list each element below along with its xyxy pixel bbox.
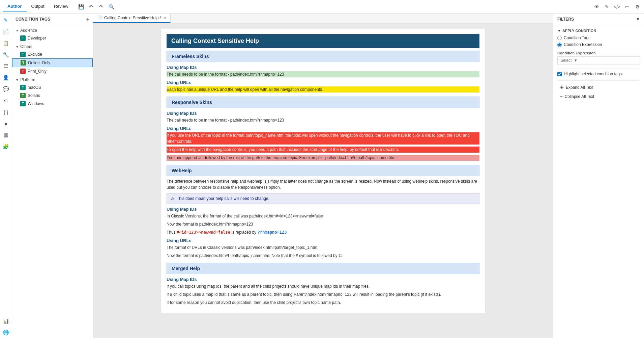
- para-webhelp-urls-1: The format of URLs in Classic versions w…: [167, 244, 479, 251]
- ct-label-windows: Windows: [28, 101, 44, 106]
- sub-header-frameless-mapids: Using Map IDs: [167, 65, 479, 70]
- filter-divider-1: [557, 69, 640, 69]
- sub-header-merged-mapids: Using Map IDs: [167, 277, 479, 282]
- tab-review[interactable]: Review: [49, 2, 73, 11]
- webhelp-note: ⚠ This does mean your help calls will ne…: [167, 193, 479, 204]
- doc-paper: Calling Context Sensitive Help Frameless…: [161, 29, 485, 313]
- save-icon[interactable]: 💾: [77, 3, 85, 11]
- para-webhelp-mapids-1: In Classic Versions, the format of the c…: [167, 213, 479, 219]
- ct-label-print-only: Print_Only: [28, 69, 47, 74]
- highlight-checkbox-input[interactable]: [557, 72, 562, 76]
- section-header-frameless: Frameless Skins: [167, 51, 479, 62]
- sidebar-layout-icon[interactable]: ▦: [1, 130, 11, 140]
- ct-group-audience: ▼ Audience T Developer: [12, 27, 93, 42]
- undo-icon[interactable]: ↶: [87, 3, 95, 11]
- radio-condition-tags-label: Condition Tags: [564, 35, 590, 40]
- settings-icon[interactable]: ⚙: [633, 3, 641, 11]
- doc-tab-bar: 📄 Calling Context Sensitive Help * ✕: [93, 14, 553, 23]
- radio-condition-expression[interactable]: Condition Expression: [557, 42, 640, 47]
- tab-author[interactable]: Author: [3, 2, 27, 11]
- ct-group-platform-arrow: ▼: [16, 78, 19, 82]
- section-header-webhelp: WebHelp: [167, 165, 479, 176]
- para-webhelp-mapids-3: Thus #<id=123>>newwnd=false is replaced …: [167, 229, 479, 235]
- ct-group-platform: ▼ Platform T macOS T Solaris T Windows: [12, 76, 93, 108]
- sidebar-chat-icon[interactable]: 💬: [1, 84, 11, 95]
- radio-condition-expression-input[interactable]: [557, 43, 562, 47]
- ct-item-exclude[interactable]: T Exclude: [12, 50, 93, 58]
- ct-item-print-only[interactable]: T Print_Only: [12, 67, 93, 75]
- main-layout: ✎ 📄 📋 🔧 ☷ 👤 💬 🏷 { } ■ ▦ 🧩 📊 🌐 CONDITION …: [0, 14, 644, 338]
- code-icon[interactable]: </>: [613, 3, 621, 11]
- ct-item-solaris[interactable]: T Solaris: [12, 92, 93, 100]
- condition-tags-panel: CONDITION TAGS + ▼ Audience T Developer …: [12, 14, 93, 338]
- ct-group-others-name: Others: [20, 44, 32, 49]
- condition-expression-select[interactable]: Select ▼: [557, 56, 640, 64]
- sidebar-person-icon[interactable]: 👤: [1, 72, 11, 83]
- doc-tab-close-button[interactable]: ✕: [163, 16, 166, 20]
- redo-icon[interactable]: ↷: [97, 3, 105, 11]
- select-arrow: ▼: [574, 58, 578, 63]
- toolbar-tabs: Author Output Review: [3, 2, 73, 11]
- preview-icon[interactable]: ▭: [623, 3, 631, 11]
- add-condition-tag-button[interactable]: +: [86, 16, 89, 22]
- ct-badge-developer: T: [20, 35, 26, 41]
- t-equals: t=: [339, 253, 342, 258]
- ct-label-solaris: Solaris: [28, 93, 40, 98]
- code-new-format: ?rhmapno=123: [258, 230, 287, 235]
- doc-content: Calling Context Sensitive Help Frameless…: [93, 23, 553, 338]
- filters-body: ▼ APPLY CONDITION Condition Tags Conditi…: [553, 25, 644, 338]
- filters-header: FILTERS ▼: [553, 14, 644, 25]
- para-merged-3: If for some reason you cannot avoid dupl…: [167, 300, 479, 306]
- ct-group-platform-header[interactable]: ▼ Platform: [12, 76, 93, 83]
- ct-group-audience-arrow: ▼: [16, 29, 19, 32]
- radio-condition-tags-input[interactable]: [557, 36, 562, 40]
- ct-item-macos[interactable]: T macOS: [12, 83, 93, 92]
- sidebar-author-icon[interactable]: ✎: [1, 15, 11, 26]
- doc-title: Calling Context Sensitive Help: [167, 34, 479, 48]
- sub-header-webhelp-mapids: Using Map IDs: [167, 207, 479, 212]
- para-frameless-urls: Each topic has a unique URL and the help…: [167, 86, 479, 93]
- eye-icon[interactable]: 👁: [593, 3, 601, 11]
- sidebar-puzzle-icon[interactable]: 🧩: [1, 141, 11, 152]
- pen-icon[interactable]: ✎: [603, 3, 611, 11]
- sidebar-code-icon[interactable]: { }: [1, 107, 11, 118]
- ct-item-windows[interactable]: T Windows: [12, 100, 93, 108]
- search-icon[interactable]: 🔍: [107, 3, 115, 11]
- sub-header-responsive-urls: Using URLs: [167, 126, 479, 131]
- ct-group-others-header[interactable]: ▼ Others: [12, 43, 93, 50]
- condition-tags-title: CONDITION TAGS: [16, 17, 50, 22]
- para-webhelp-mapids-2: Now the format is path/index.htm?rhmapno…: [167, 221, 479, 227]
- code-old-format: #<id=123>>newwnd=false: [177, 230, 230, 235]
- sidebar-report-icon[interactable]: 📊: [1, 316, 11, 327]
- highlight-label: Highlight selected condition tags: [564, 72, 622, 76]
- condition-tags-body: ▼ Audience T Developer ▼ Others T Exclud…: [12, 25, 93, 338]
- doc-tab-main[interactable]: 📄 Calling Context Sensitive Help * ✕: [93, 14, 171, 23]
- highlight-checkbox[interactable]: Highlight selected condition tags: [557, 72, 640, 76]
- ct-group-others-arrow: ▼: [16, 45, 19, 49]
- collapse-all-text-button[interactable]: − Collapse All Text: [557, 93, 640, 100]
- sidebar-translate-icon[interactable]: 🌐: [1, 327, 11, 338]
- collapse-all-label: Collapse All Text: [565, 94, 594, 99]
- sub-header-webhelp-urls: Using URLs: [167, 238, 479, 243]
- ct-group-audience-header[interactable]: ▼ Audience: [12, 27, 93, 34]
- ct-item-developer[interactable]: T Developer: [12, 34, 93, 42]
- ct-label-online-only: Online_Only: [28, 60, 50, 65]
- expand-all-label: Expand All Text: [566, 85, 593, 90]
- sidebar-tag-icon[interactable]: 🏷: [1, 95, 11, 106]
- ct-label-macos: macOS: [28, 85, 41, 90]
- webhelp-note-text: This does mean your help calls will need…: [177, 196, 269, 201]
- warning-icon: ⚠: [171, 196, 175, 201]
- sidebar-review-icon[interactable]: 📋: [1, 38, 11, 49]
- sidebar-table-icon[interactable]: ■: [1, 118, 11, 129]
- sidebar-wrench-icon[interactable]: 🔧: [1, 49, 11, 60]
- radio-condition-expression-label: Condition Expression: [564, 42, 602, 47]
- sidebar-list-icon[interactable]: ☷: [1, 61, 11, 72]
- expand-icon: ✚: [560, 85, 564, 90]
- expand-all-text-button[interactable]: ✚ Expand All Text: [557, 83, 640, 91]
- sidebar-output-icon[interactable]: 📄: [1, 26, 11, 37]
- radio-condition-tags[interactable]: Condition Tags: [557, 35, 640, 40]
- ct-item-online-only[interactable]: T Online_Only: [12, 58, 93, 67]
- ct-badge-macos: T: [20, 85, 26, 90]
- tab-output[interactable]: Output: [27, 2, 49, 11]
- document-area: 📄 Calling Context Sensitive Help * ✕ Cal…: [93, 14, 553, 338]
